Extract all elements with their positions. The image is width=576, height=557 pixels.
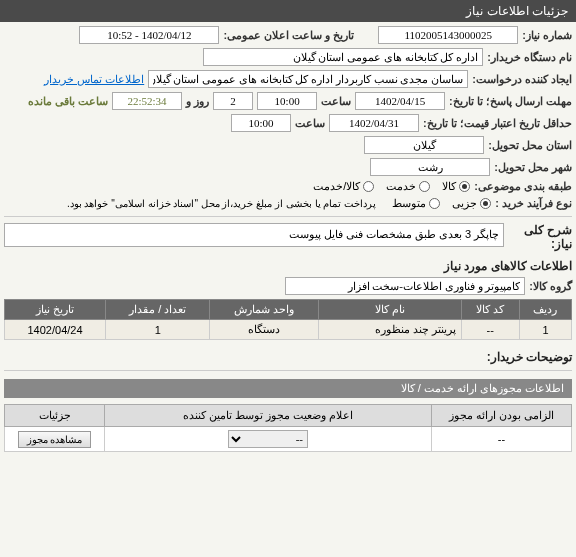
- main-content: شماره نیاز: تاریخ و ساعت اعلان عمومی: نا…: [0, 22, 576, 456]
- ptd-mandatory: --: [432, 427, 572, 452]
- divider-2: [4, 370, 572, 371]
- th-idx: ردیف: [519, 300, 571, 320]
- label-khedmat: خدمت: [386, 180, 416, 193]
- table-header-row: ردیف کد کالا نام کالا واحد شمارش تعداد /…: [5, 300, 572, 320]
- radio-both[interactable]: [363, 181, 374, 192]
- deadline-date-input[interactable]: [355, 92, 445, 110]
- need-no-input[interactable]: [378, 26, 518, 44]
- subject-class-group: کالا خدمت کالا/خدمت: [313, 180, 470, 193]
- pth-status: اعلام وضعیت مجوز توسط تامین کننده: [105, 405, 432, 427]
- td-date: 1402/04/24: [5, 320, 106, 340]
- process-group: جزیی متوسط: [392, 197, 491, 210]
- goods-section-title: اطلاعات کالاهای مورد نیاز: [4, 259, 572, 273]
- payment-note: پرداخت تمام یا بخشی از مبلغ خرید،از محل …: [67, 198, 376, 209]
- th-code: کد کالا: [461, 300, 519, 320]
- ptd-details: مشاهده مجوز: [5, 427, 105, 452]
- permits-header: اطلاعات مجوزهای ارائه خدمت / کالا: [4, 379, 572, 398]
- subject-class-label: طبقه بندی موضوعی:: [474, 180, 572, 193]
- th-date: تاریخ نیاز: [5, 300, 106, 320]
- status-select[interactable]: --: [228, 430, 308, 448]
- td-unit: دستگاه: [210, 320, 319, 340]
- buyer-notes-label: توضیحات خریدار:: [4, 350, 572, 364]
- th-unit: واحد شمارش: [210, 300, 319, 320]
- radio-small[interactable]: [480, 198, 491, 209]
- need-no-label: شماره نیاز:: [522, 29, 572, 42]
- summary-text: چاپگر 3 بعدی طبق مشخصات فنی فایل پیوست: [4, 223, 504, 247]
- th-name: نام کالا: [319, 300, 461, 320]
- announce-label: تاریخ و ساعت اعلان عمومی:: [223, 29, 354, 42]
- requester-label: ایجاد کننده درخواست:: [472, 73, 572, 86]
- td-code: --: [461, 320, 519, 340]
- group-input[interactable]: [285, 277, 525, 295]
- radio-medium[interactable]: [429, 198, 440, 209]
- th-qty: تعداد / مقدار: [106, 300, 210, 320]
- days-input[interactable]: [213, 92, 253, 110]
- contact-link[interactable]: اطلاعات تماس خریدار: [44, 73, 144, 86]
- remain-label: ساعت باقی مانده: [28, 95, 108, 108]
- city-input[interactable]: [370, 158, 490, 176]
- province-input[interactable]: [364, 136, 484, 154]
- process-label: نوع فرآیند خرید :: [495, 197, 572, 210]
- deadline-time-input[interactable]: [257, 92, 317, 110]
- permits-table: الزامی بودن ارائه مجوز اعلام وضعیت مجوز …: [4, 404, 572, 452]
- province-label: استان محل تحویل:: [488, 139, 572, 152]
- radio-kala[interactable]: [459, 181, 470, 192]
- remain-time-input: [112, 92, 182, 110]
- divider-1: [4, 216, 572, 217]
- page-title: جزئیات اطلاعات نیاز: [466, 4, 568, 18]
- group-label: گروه کالا:: [529, 280, 572, 293]
- label-small: جزیی: [452, 197, 477, 210]
- time-label-1: ساعت: [321, 95, 351, 108]
- validity-date-input[interactable]: [329, 114, 419, 132]
- radio-khedmat[interactable]: [419, 181, 430, 192]
- time-label-2: ساعت: [295, 117, 325, 130]
- buyer-org-input[interactable]: [203, 48, 483, 66]
- deadline-label: مهلت ارسال پاسخ؛ تا تاریخ:: [449, 95, 572, 108]
- pth-mandatory: الزامی بودن ارائه مجوز: [432, 405, 572, 427]
- permit-header-row: الزامی بودن ارائه مجوز اعلام وضعیت مجوز …: [5, 405, 572, 427]
- pth-details: جزئیات: [5, 405, 105, 427]
- validity-time-input[interactable]: [231, 114, 291, 132]
- table-row: 1 -- پرینتر چند منظوره دستگاه 1 1402/04/…: [5, 320, 572, 340]
- goods-table: ردیف کد کالا نام کالا واحد شمارش تعداد /…: [4, 299, 572, 340]
- label-both: کالا/خدمت: [313, 180, 360, 193]
- td-idx: 1: [519, 320, 571, 340]
- label-kala: کالا: [442, 180, 456, 193]
- page-header: جزئیات اطلاعات نیاز: [0, 0, 576, 22]
- requester-input[interactable]: [148, 70, 468, 88]
- td-qty: 1: [106, 320, 210, 340]
- summary-title-label: شرح کلی نیاز:: [508, 223, 572, 251]
- announce-input[interactable]: [79, 26, 219, 44]
- ptd-status: --: [105, 427, 432, 452]
- td-name: پرینتر چند منظوره: [319, 320, 461, 340]
- buyer-org-label: نام دستگاه خریدار:: [487, 51, 572, 64]
- days-label: روز و: [186, 95, 209, 108]
- validity-label: حداقل تاریخ اعتبار قیمت؛ تا تاریخ:: [423, 117, 572, 130]
- label-medium: متوسط: [392, 197, 426, 210]
- permit-row: -- -- مشاهده مجوز: [5, 427, 572, 452]
- city-label: شهر محل تحویل:: [494, 161, 572, 174]
- view-permit-button[interactable]: مشاهده مجوز: [18, 431, 92, 448]
